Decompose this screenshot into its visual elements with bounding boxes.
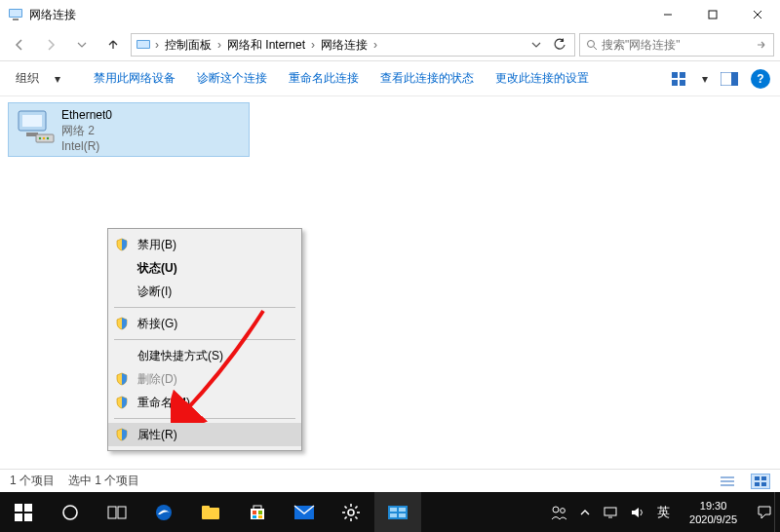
context-menu-item[interactable]: 桥接(G) bbox=[108, 312, 301, 335]
explorer-taskbar-icon[interactable] bbox=[187, 492, 234, 532]
control-panel-taskbar-icon[interactable] bbox=[374, 492, 421, 532]
svg-rect-46 bbox=[258, 515, 262, 518]
search-go-icon[interactable] bbox=[756, 39, 767, 51]
edge-taskbar-icon[interactable] bbox=[140, 492, 187, 532]
clock[interactable]: 19:30 2020/9/25 bbox=[682, 499, 745, 526]
address-bar[interactable]: › 控制面板 › 网络和 Internet › 网络连接 › bbox=[131, 33, 575, 57]
tiles-view-button[interactable] bbox=[751, 474, 770, 489]
context-menu-item[interactable]: 属性(R) bbox=[108, 423, 301, 446]
start-button[interactable] bbox=[0, 492, 47, 532]
menu-item-label: 属性(R) bbox=[137, 427, 177, 443]
svg-point-62 bbox=[553, 507, 559, 513]
chevron-right-icon[interactable]: › bbox=[217, 38, 221, 52]
context-menu-item[interactable]: 创建快捷方式(S) bbox=[108, 344, 301, 367]
ime-indicator[interactable]: 英 bbox=[657, 504, 670, 521]
uac-shield-icon bbox=[114, 427, 130, 442]
close-button[interactable] bbox=[735, 0, 780, 29]
forward-button[interactable] bbox=[37, 31, 64, 58]
show-desktop-button[interactable] bbox=[774, 492, 780, 532]
back-button[interactable] bbox=[6, 31, 33, 58]
taskbar: 英 19:30 2020/9/25 bbox=[0, 492, 780, 532]
chevron-right-icon[interactable]: › bbox=[373, 38, 377, 52]
system-tray: 英 19:30 2020/9/25 bbox=[542, 492, 774, 532]
menu-item-label: 桥接(G) bbox=[137, 316, 177, 332]
svg-rect-8 bbox=[137, 41, 149, 48]
address-dropdown-button[interactable] bbox=[527, 40, 545, 50]
svg-rect-13 bbox=[672, 80, 678, 86]
breadcrumb-network-connections[interactable]: 网络连接 bbox=[319, 37, 370, 54]
minimize-button[interactable] bbox=[645, 0, 690, 29]
uac-shield-icon bbox=[114, 316, 130, 331]
app-icon bbox=[8, 7, 23, 22]
help-button[interactable]: ? bbox=[751, 69, 770, 89]
cmd-change-settings[interactable]: 更改此连接的设置 bbox=[489, 68, 595, 89]
svg-rect-18 bbox=[22, 115, 42, 127]
breadcrumb-network-and-internet[interactable]: 网络和 Internet bbox=[225, 37, 307, 54]
menu-item-label: 状态(U) bbox=[137, 260, 177, 277]
settings-taskbar-icon[interactable] bbox=[328, 492, 374, 532]
svg-point-22 bbox=[43, 137, 45, 139]
svg-point-23 bbox=[47, 137, 49, 139]
cmd-view-status[interactable]: 查看此连接的状态 bbox=[374, 68, 480, 89]
breadcrumb-control-panel[interactable]: 控制面板 bbox=[163, 37, 214, 54]
nav-bar: › 控制面板 › 网络和 Internet › 网络连接 › bbox=[0, 29, 780, 61]
volume-tray-icon[interactable] bbox=[630, 506, 645, 519]
up-button[interactable] bbox=[99, 31, 127, 58]
adapter-ethernet0[interactable]: Ethernet0 网络 2 Intel(R) bbox=[8, 102, 250, 157]
svg-line-10 bbox=[594, 47, 597, 50]
context-menu: 禁用(B)状态(U)诊断(I)桥接(G)创建快捷方式(S)删除(D)重命名(M)… bbox=[107, 228, 302, 451]
recent-locations-button[interactable] bbox=[68, 31, 96, 58]
svg-rect-28 bbox=[761, 476, 766, 480]
context-menu-item[interactable]: 禁用(B) bbox=[108, 233, 301, 256]
content-area: Ethernet0 网络 2 Intel(R) 禁用(B)状态(U)诊断(I)桥… bbox=[0, 96, 780, 492]
taskview-button[interactable] bbox=[94, 492, 140, 532]
uac-shield-icon bbox=[114, 395, 130, 410]
svg-line-53 bbox=[345, 506, 347, 508]
address-root-icon bbox=[136, 37, 151, 53]
search-box[interactable] bbox=[579, 33, 774, 57]
organize-menu[interactable]: 组织 bbox=[10, 68, 45, 89]
menu-item-label: 删除(D) bbox=[137, 371, 177, 388]
maximize-button[interactable] bbox=[690, 0, 735, 29]
context-menu-item[interactable]: 重命名(M) bbox=[108, 391, 301, 414]
uac-shield-icon bbox=[114, 348, 130, 363]
chevron-right-icon[interactable]: › bbox=[311, 38, 315, 52]
store-taskbar-icon[interactable] bbox=[234, 492, 281, 532]
cmd-rename[interactable]: 重命名此连接 bbox=[283, 68, 365, 89]
network-tray-icon[interactable] bbox=[603, 506, 618, 519]
svg-rect-27 bbox=[755, 476, 760, 480]
svg-line-56 bbox=[355, 506, 357, 508]
svg-line-55 bbox=[345, 516, 347, 518]
action-center-icon[interactable] bbox=[757, 505, 772, 520]
context-menu-item[interactable]: 状态(U) bbox=[108, 256, 301, 280]
svg-rect-31 bbox=[15, 504, 22, 512]
svg-point-35 bbox=[63, 506, 77, 519]
svg-rect-45 bbox=[253, 515, 256, 518]
svg-point-63 bbox=[561, 508, 566, 513]
preview-pane-button[interactable] bbox=[718, 68, 741, 90]
mail-taskbar-icon[interactable] bbox=[281, 492, 328, 532]
svg-rect-16 bbox=[731, 72, 738, 86]
clock-time: 19:30 bbox=[700, 499, 727, 513]
svg-line-54 bbox=[355, 516, 357, 518]
search-input[interactable] bbox=[602, 38, 756, 52]
uac-shield-icon bbox=[114, 284, 130, 299]
cmd-diagnose[interactable]: 诊断这个连接 bbox=[191, 68, 273, 89]
details-view-button[interactable] bbox=[718, 474, 737, 489]
people-icon[interactable] bbox=[550, 504, 567, 521]
cmd-disable-device[interactable]: 禁用此网络设备 bbox=[88, 68, 181, 89]
chevron-right-icon[interactable]: › bbox=[155, 38, 159, 52]
dropdown-icon[interactable]: ▾ bbox=[702, 72, 708, 86]
refresh-button[interactable] bbox=[549, 38, 570, 52]
tray-chevron-up-icon[interactable] bbox=[579, 507, 591, 518]
status-selected-count: 选中 1 个项目 bbox=[68, 473, 139, 489]
adapter-status-label: 网络 2 bbox=[61, 123, 112, 138]
clock-date: 2020/9/25 bbox=[689, 513, 737, 526]
context-menu-item[interactable]: 诊断(I) bbox=[108, 280, 301, 303]
view-menu-button[interactable] bbox=[669, 68, 692, 90]
svg-point-38 bbox=[156, 505, 172, 520]
cortana-button[interactable] bbox=[47, 492, 94, 532]
context-menu-item: 删除(D) bbox=[108, 367, 301, 391]
dropdown-icon[interactable]: ▾ bbox=[55, 72, 60, 86]
svg-rect-43 bbox=[253, 511, 256, 514]
